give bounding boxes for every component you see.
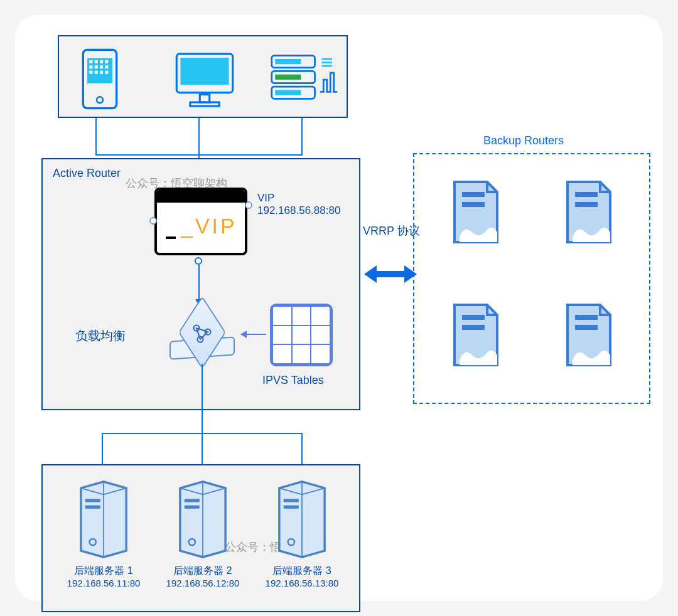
- backend-server-2: 后端服务器 2 192.168.56.12:80: [156, 479, 250, 588]
- lb-to-back-stem: [202, 364, 203, 433]
- server-icon: [176, 479, 230, 560]
- server-ip: 192.168.56.12:80: [156, 578, 250, 588]
- vip-terminal: _VIP: [154, 188, 247, 255]
- svg-rect-33: [462, 325, 485, 330]
- svg-rect-16: [180, 58, 229, 85]
- backend-server-1: 后端服务器 1 192.168.56.11:80: [56, 479, 151, 588]
- vip-bottom-dot: [195, 257, 202, 265]
- load-balancer-icon: [170, 311, 235, 356]
- svg-rect-20: [275, 59, 301, 64]
- svg-rect-22: [275, 75, 301, 80]
- ipvs-label: IPVS Tables: [262, 374, 324, 387]
- svg-rect-18: [190, 102, 219, 106]
- svg-rect-42: [284, 499, 299, 502]
- vip-dot-left: [149, 217, 157, 225]
- phone-icon: [78, 48, 122, 110]
- client-center-line: [198, 118, 200, 156]
- svg-rect-31: [575, 202, 598, 207]
- ipvs-tables-icon: [270, 304, 333, 366]
- backup-routers-title: Backup Routers: [483, 134, 564, 147]
- arrow-vrrp: [375, 271, 406, 277]
- svg-rect-30: [575, 192, 598, 197]
- svg-rect-43: [284, 506, 299, 509]
- server-label: 后端服务器 2: [156, 565, 250, 578]
- desktop-icon: [171, 48, 239, 110]
- svg-rect-37: [85, 506, 100, 509]
- arrow-ipvs-to-lb: [241, 334, 266, 335]
- svg-rect-8: [100, 65, 103, 68]
- svg-rect-13: [105, 71, 108, 74]
- svg-rect-29: [462, 202, 485, 207]
- backend-servers-box: 公众号：悟空聊架构 后端服务器 1 192.168.56.11:80: [41, 464, 360, 612]
- server-label: 后端服务器 1: [56, 565, 151, 578]
- svg-rect-34: [575, 315, 598, 320]
- vip-dot-right: [245, 201, 252, 209]
- backup-routers-box: [413, 153, 650, 404]
- svg-rect-7: [95, 65, 98, 68]
- svg-rect-5: [105, 60, 108, 63]
- lb-label: 负载均衡: [75, 327, 126, 344]
- svg-rect-17: [200, 95, 209, 102]
- backup-router-icon-4: [562, 302, 615, 370]
- backup-router-icon-1: [449, 179, 502, 247]
- svg-rect-24: [275, 90, 301, 95]
- svg-rect-39: [185, 499, 200, 502]
- svg-rect-10: [89, 71, 92, 74]
- server-label: 后端服务器 3: [255, 565, 349, 578]
- server-ip: 192.168.56.11:80: [56, 578, 151, 588]
- svg-rect-40: [185, 506, 200, 509]
- server-icon: [77, 479, 131, 560]
- active-router-title: Active Router: [53, 167, 121, 180]
- server-icon: [275, 479, 329, 560]
- svg-rect-6: [89, 65, 92, 68]
- vip-text: _VIP: [181, 214, 237, 238]
- backup-router-icon-3: [449, 302, 502, 370]
- svg-rect-28: [462, 192, 485, 197]
- server-ip: 192.168.56.13:80: [255, 578, 349, 588]
- svg-rect-4: [100, 60, 103, 63]
- clients-box: [58, 35, 348, 118]
- svg-rect-36: [85, 499, 100, 502]
- svg-rect-35: [575, 325, 598, 330]
- svg-rect-11: [95, 71, 98, 74]
- svg-rect-12: [100, 71, 103, 74]
- svg-rect-2: [89, 60, 92, 63]
- svg-point-14: [97, 97, 103, 103]
- svg-rect-32: [462, 315, 485, 320]
- vip-label: VIP 192.168.56.88:80: [257, 192, 340, 217]
- server-rack-icon: [270, 51, 339, 108]
- backup-router-icon-2: [562, 179, 615, 247]
- svg-rect-9: [105, 65, 108, 68]
- svg-rect-3: [95, 60, 98, 63]
- vrrp-label: VRRP 协议: [363, 223, 420, 238]
- backend-server-3: 后端服务器 3 192.168.56.13:80: [255, 479, 349, 588]
